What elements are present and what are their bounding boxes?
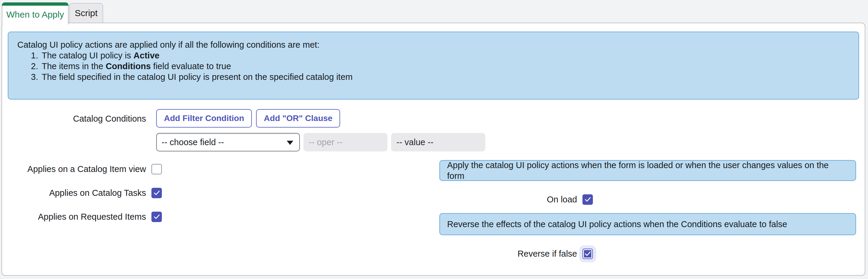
reverse-if-false-label: Reverse if false bbox=[439, 249, 577, 259]
applies-catalog-tasks-checkbox[interactable] bbox=[151, 188, 162, 198]
on-load-row: On load bbox=[439, 194, 593, 205]
applies-catalog-tasks-label: Applies on Catalog Tasks bbox=[0, 188, 146, 198]
applies-catalog-item-view-checkbox[interactable] bbox=[151, 164, 162, 175]
chevron-down-icon bbox=[287, 141, 293, 145]
applies-catalog-item-view-row: Applies on a Catalog Item view bbox=[0, 164, 162, 175]
operator-field-disabled: -- oper -- bbox=[304, 133, 388, 151]
check-icon bbox=[153, 213, 161, 221]
applies-requested-items-row: Applies on Requested Items bbox=[0, 211, 162, 222]
reverse-if-false-checkbox[interactable] bbox=[583, 249, 593, 259]
on-load-info-box: Apply the catalog UI policy actions when… bbox=[439, 160, 856, 181]
catalog-ui-policy-form: When to Apply Script Catalog UI policy a… bbox=[0, 0, 868, 279]
reverse-if-false-info-box: Reverse the effects of the catalog UI po… bbox=[439, 213, 856, 235]
tab-when-to-apply-label: When to Apply bbox=[6, 9, 64, 20]
info-list-item: The field specified in the catalog UI po… bbox=[40, 71, 849, 82]
catalog-conditions-label: Catalog Conditions bbox=[0, 114, 146, 124]
choose-field-select[interactable]: -- choose field -- bbox=[156, 133, 300, 151]
add-filter-condition-button[interactable]: Add Filter Condition bbox=[156, 109, 252, 128]
info-list: The catalog UI policy is Active The item… bbox=[17, 50, 849, 82]
add-or-clause-button[interactable]: Add "OR" Clause bbox=[256, 109, 340, 128]
on-load-checkbox[interactable] bbox=[583, 194, 593, 205]
info-list-item: The items in the Conditions field evalua… bbox=[40, 61, 849, 71]
tab-when-to-apply[interactable]: When to Apply bbox=[2, 2, 68, 25]
applies-requested-items-label: Applies on Requested Items bbox=[0, 212, 146, 222]
condition-builder-row: -- choose field -- -- oper -- -- value -… bbox=[156, 133, 485, 151]
value-field-disabled: -- value -- bbox=[391, 133, 485, 151]
check-icon bbox=[584, 195, 592, 203]
info-intro: Catalog UI policy actions are applied on… bbox=[17, 39, 849, 50]
tab-script[interactable]: Script bbox=[69, 3, 103, 23]
policy-conditions-info-box: Catalog UI policy actions are applied on… bbox=[8, 32, 859, 99]
check-icon bbox=[153, 189, 161, 197]
on-load-label: On load bbox=[439, 195, 577, 205]
tab-script-label: Script bbox=[75, 8, 98, 18]
condition-buttons-row: Add Filter Condition Add "OR" Clause bbox=[156, 109, 340, 128]
info-list-item: The catalog UI policy is Active bbox=[40, 50, 849, 61]
check-icon bbox=[584, 250, 592, 257]
applies-requested-items-checkbox[interactable] bbox=[151, 212, 162, 222]
choose-field-selected-value: -- choose field -- bbox=[161, 137, 224, 147]
reverse-if-false-row: Reverse if false bbox=[439, 248, 593, 259]
applies-catalog-tasks-row: Applies on Catalog Tasks bbox=[0, 187, 162, 198]
applies-catalog-item-view-label: Applies on a Catalog Item view bbox=[0, 164, 146, 174]
